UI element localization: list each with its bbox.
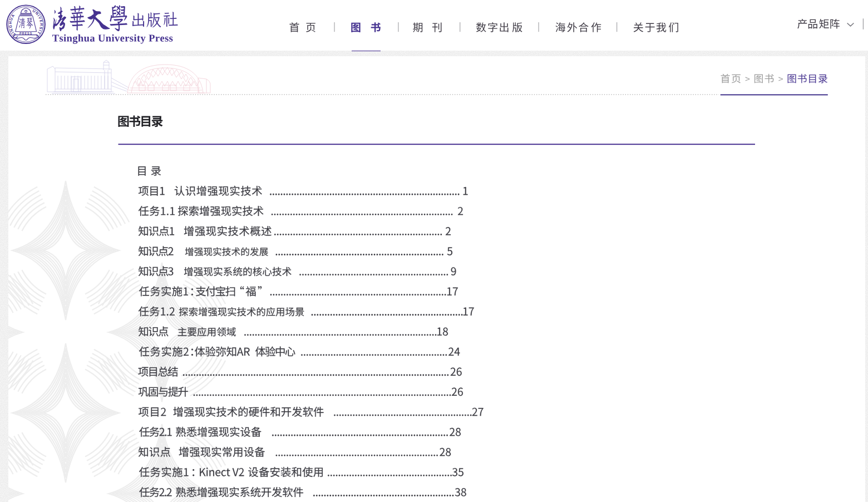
svg-text:PRESS: PRESS: [19, 32, 32, 35]
